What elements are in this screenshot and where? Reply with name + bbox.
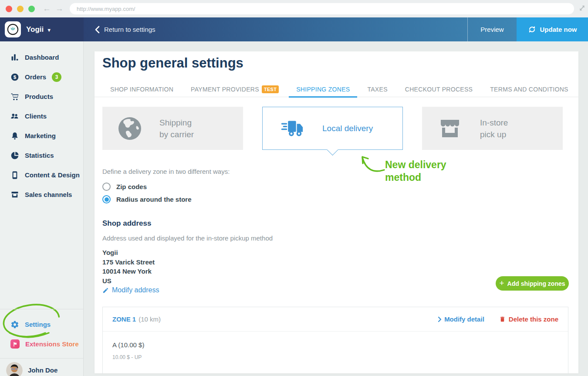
selected-card-pointer xyxy=(327,144,338,156)
tab-taxes[interactable]: TAXES xyxy=(367,81,387,97)
zone-rate-name: A (10.00 $) xyxy=(112,341,144,349)
expand-icon[interactable] xyxy=(578,4,586,14)
orders-count-badge: 3 xyxy=(52,72,61,82)
app-header: Yogii ▼ Return to settings Preview Updat… xyxy=(0,17,588,41)
screen: ← → http://www.myapp.com/ Yogii ▼ xyxy=(0,0,588,376)
user-menu[interactable]: John Doe xyxy=(0,358,83,376)
zone-radius: (10 km) xyxy=(139,315,161,323)
page-title: Shop general settings xyxy=(102,55,243,71)
shipping-zone-card: ZONE 1 (10 km) Modify detail Delete this… xyxy=(102,307,568,373)
tab-payment-providers[interactable]: PAYMENT PROVIDERSTEST xyxy=(191,81,279,97)
maximize-window-button[interactable] xyxy=(28,6,35,12)
sidebar-item-dashboard[interactable]: Dashboard xyxy=(0,47,83,67)
sidebar-item-clients[interactable]: Clients xyxy=(0,106,83,126)
sidebar-item-marketing[interactable]: Marketing xyxy=(0,126,83,146)
browser-back-icon[interactable]: ← xyxy=(43,4,51,14)
modify-address-link[interactable]: Modify address xyxy=(102,286,159,294)
sidebar-item-extensions-store[interactable]: Extensions Store xyxy=(0,334,83,354)
brand-switcher[interactable]: Yogii ▼ xyxy=(0,17,84,41)
sidebar-item-settings[interactable]: Settings xyxy=(0,315,83,334)
tab-bar: SHOP INFORMATION PAYMENT PROVIDERSTEST S… xyxy=(95,81,578,97)
method-card-shipping-by-carrier[interactable]: Shippingby carrier xyxy=(102,107,243,150)
sidebar-item-content-design[interactable]: Content & Design xyxy=(0,165,83,185)
user-name: John Doe xyxy=(28,366,57,374)
storefront-icon xyxy=(10,190,19,199)
brand-name: Yogii xyxy=(26,25,44,34)
trash-icon xyxy=(499,315,506,323)
url-text: http://www.myapp.com/ xyxy=(77,6,135,12)
truck-icon xyxy=(278,118,305,139)
sidebar-item-statistics[interactable]: Statistics xyxy=(0,146,83,165)
people-icon xyxy=(10,112,19,121)
browser-forward-icon[interactable]: → xyxy=(55,4,64,14)
tab-shipping-zones[interactable]: SHIPPING ZONES xyxy=(296,81,350,97)
dollar-circle-icon: $ xyxy=(10,73,19,81)
preview-button[interactable]: Preview xyxy=(467,17,517,41)
minimize-window-button[interactable] xyxy=(17,6,24,12)
radio-zip-codes[interactable]: Zip codes xyxy=(102,183,147,191)
test-badge: TEST xyxy=(262,85,279,93)
shop-address-lines: Yogii 175 Varick Street 10014 New York U… xyxy=(102,248,155,285)
yogii-logo-icon xyxy=(5,21,21,37)
tab-checkout-process[interactable]: CHECKOUT PROCESS xyxy=(405,81,473,97)
zone-rate-range: 10.00 $ - UP xyxy=(112,354,142,360)
cart-icon xyxy=(10,92,19,101)
url-bar[interactable]: http://www.myapp.com/ xyxy=(70,3,574,14)
phone-icon xyxy=(10,171,19,180)
shop-address-description: Address used and displayed for the in-st… xyxy=(102,234,273,242)
sidebar: Dashboard $ Orders 3 Products Clients Ma… xyxy=(0,41,84,376)
avatar xyxy=(6,362,23,376)
gear-icon xyxy=(10,320,19,329)
delete-zone-link[interactable]: Delete this zone xyxy=(499,315,558,323)
tab-shop-information[interactable]: SHOP INFORMATION xyxy=(110,81,173,97)
main-panel: Shop general settings SHOP INFORMATION P… xyxy=(95,51,578,373)
radio-circle-checked-icon xyxy=(102,195,111,203)
radio-circle-icon xyxy=(102,183,111,191)
sidebar-item-products[interactable]: Products xyxy=(0,87,83,106)
globe-icon xyxy=(118,116,142,141)
chevron-right-icon xyxy=(438,316,442,322)
bar-chart-icon xyxy=(10,53,19,62)
modify-detail-link[interactable]: Modify detail xyxy=(438,315,484,323)
tab-terms-and-conditions[interactable]: TERMS AND CONDITIONS xyxy=(490,81,568,97)
sidebar-item-orders[interactable]: $ Orders 3 xyxy=(0,67,83,87)
pie-chart-icon xyxy=(10,151,19,160)
chevron-left-icon xyxy=(95,26,100,34)
shop-address-heading: Shop address xyxy=(102,219,151,228)
svg-text:$: $ xyxy=(14,74,17,80)
storefront-icon xyxy=(437,117,463,140)
window-controls xyxy=(6,6,35,12)
browser-chrome: ← → http://www.myapp.com/ xyxy=(0,0,588,17)
zone-name-link[interactable]: ZONE 1 xyxy=(112,315,136,323)
method-card-local-delivery[interactable]: Local delivery xyxy=(262,107,403,150)
update-now-button[interactable]: Update now xyxy=(517,17,588,41)
annotation-text: New delivery method xyxy=(385,159,446,184)
pencil-icon xyxy=(102,287,109,294)
chevron-down-icon: ▼ xyxy=(47,27,51,33)
sidebar-item-sales-channels[interactable]: Sales channels xyxy=(0,185,83,204)
plus-icon: + xyxy=(499,278,504,288)
define-zone-text: Define a delivery zone in two different … xyxy=(102,168,230,175)
radio-radius-around-store[interactable]: Radius around the store xyxy=(102,195,192,203)
bell-icon xyxy=(10,132,19,140)
flag-icon xyxy=(10,339,20,349)
method-card-in-store-pickup[interactable]: In-storepick up xyxy=(422,107,563,150)
refresh-icon xyxy=(528,25,536,34)
return-to-settings-link[interactable]: Return to settings xyxy=(95,26,155,34)
close-window-button[interactable] xyxy=(6,6,12,12)
add-shipping-zones-button[interactable]: + Add shipping zones xyxy=(496,276,569,291)
